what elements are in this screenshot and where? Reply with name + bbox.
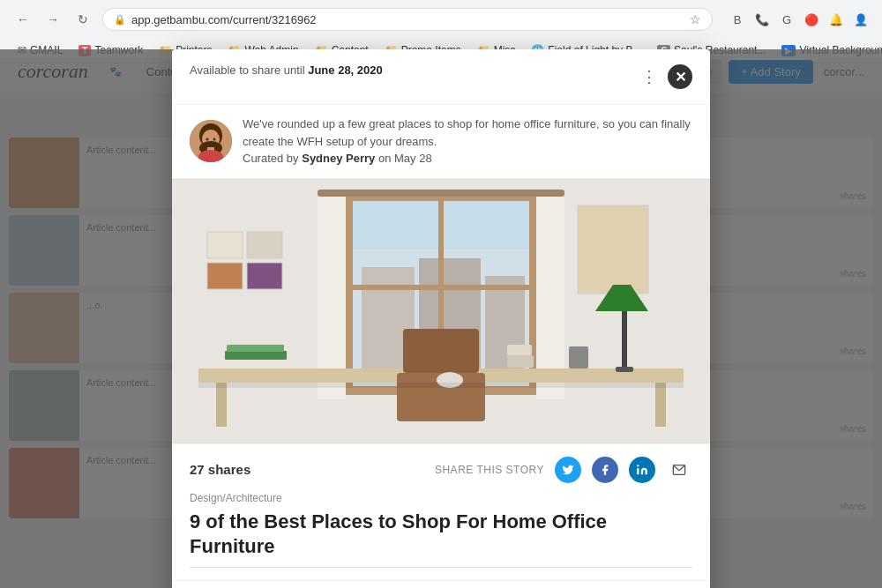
category-tag: Design/Architecture	[190, 492, 692, 504]
curated-by-label: Curated by	[243, 152, 299, 165]
share-this-label: SHARE THIS STORY	[435, 464, 544, 476]
article-image-svg	[172, 179, 710, 443]
nav-buttons: ← → ↻	[11, 7, 95, 32]
share-linkedin-button[interactable]	[629, 457, 655, 483]
svg-point-40	[637, 465, 639, 466]
curator-avatar-svg	[190, 120, 232, 162]
svg-rect-34	[616, 367, 633, 372]
share-facebook-button[interactable]	[592, 457, 618, 483]
shares-row: 27 shares SHARE THIS STORY	[190, 457, 692, 483]
url-text: app.getbambu.com/current/3216962	[131, 13, 317, 26]
curator-description: We've rounded up a few great places to s…	[243, 115, 692, 150]
close-button[interactable]: ✕	[668, 64, 692, 89]
curator-name: Sydney Perry	[302, 152, 375, 165]
curator-avatar	[190, 120, 232, 162]
available-label: Available to share until	[190, 63, 305, 77]
svg-rect-37	[507, 345, 532, 355]
available-date: June 28, 2020	[308, 63, 383, 77]
lock-icon: 🔒	[114, 14, 126, 26]
svg-rect-36	[507, 355, 534, 368]
svg-rect-35	[569, 346, 588, 368]
svg-rect-9	[207, 232, 243, 258]
pagination: ‹ 22 / 128 ›	[172, 580, 710, 588]
extension-icon-1[interactable]: B	[727, 9, 748, 30]
shares-count: 27 shares	[190, 462, 250, 477]
share-email-button[interactable]	[666, 457, 692, 483]
browser-icons: B 📞 G 🔴 🔔 👤	[727, 9, 871, 30]
address-bar[interactable]: 🔒 app.getbambu.com/current/3216962 ☆	[102, 8, 713, 31]
curated-on: on May 28	[378, 152, 432, 165]
article-image	[172, 179, 710, 443]
extension-icon-4[interactable]: 🔴	[801, 9, 822, 30]
extension-icon-3[interactable]: G	[776, 9, 797, 30]
curator-section: We've rounded up a few great places to s…	[172, 105, 710, 179]
browser-nav: ← → ↻ 🔒 app.getbambu.com/current/3216962…	[0, 0, 882, 39]
svg-rect-39	[198, 383, 684, 388]
twitter-icon	[562, 464, 574, 476]
article-modal: Available to share until June 28, 2020 ⋮…	[172, 49, 710, 588]
svg-rect-31	[227, 345, 284, 352]
svg-point-7	[213, 138, 216, 141]
share-section: SHARE THIS STORY	[435, 457, 692, 483]
profile-icon[interactable]: 👤	[850, 9, 871, 30]
svg-rect-27	[655, 383, 666, 427]
more-options-icon[interactable]: ⋮	[638, 63, 661, 90]
available-text: Available to share until June 28, 2020	[190, 63, 383, 77]
email-icon	[672, 463, 686, 477]
svg-rect-22	[318, 190, 564, 197]
svg-rect-11	[207, 263, 243, 289]
svg-rect-26	[216, 383, 227, 427]
svg-rect-32	[622, 311, 627, 368]
share-twitter-button[interactable]	[555, 457, 581, 483]
svg-point-6	[206, 138, 209, 141]
modal-footer: 27 shares SHARE THIS STORY	[172, 443, 710, 580]
linkedin-icon	[636, 464, 648, 476]
modal-header-actions: ⋮ ✕	[638, 63, 692, 90]
article-title: 9 of the Best Places to Shop For Home Of…	[190, 510, 692, 560]
curator-text: We've rounded up a few great places to s…	[243, 115, 692, 167]
svg-rect-10	[247, 232, 282, 258]
curator-attribution: Curated by Sydney Perry on May 28	[243, 150, 692, 167]
modal-header: Available to share until June 28, 2020 ⋮…	[172, 49, 710, 105]
svg-rect-28	[403, 329, 479, 373]
svg-rect-30	[225, 351, 287, 360]
share-icons	[555, 457, 692, 483]
forward-button[interactable]: →	[41, 7, 65, 32]
svg-rect-13	[578, 205, 648, 294]
extension-icon-2[interactable]: 📞	[751, 9, 773, 30]
bookmark-star-icon[interactable]: ☆	[690, 12, 701, 26]
reload-button[interactable]: ↻	[71, 7, 95, 32]
extension-icon-5[interactable]: 🔔	[826, 9, 847, 30]
facebook-icon	[599, 464, 611, 476]
back-button[interactable]: ←	[11, 7, 35, 32]
modal-header-left: Available to share until June 28, 2020	[190, 63, 383, 77]
title-divider	[190, 567, 692, 568]
svg-rect-12	[247, 263, 282, 289]
